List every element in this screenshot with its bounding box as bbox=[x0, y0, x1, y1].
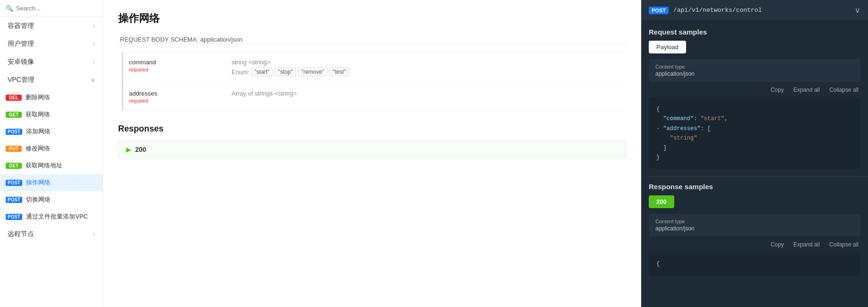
res-content-type-block: Content type application/json bbox=[649, 214, 860, 237]
method-badge-get: GET bbox=[6, 163, 22, 169]
sidebar-sub-label: 获取网络地址 bbox=[26, 161, 62, 170]
code-line: { bbox=[656, 105, 853, 114]
chevron-right-icon: › bbox=[93, 41, 95, 47]
dropdown-arrow-icon[interactable]: ∨ bbox=[855, 6, 860, 15]
field-type: Array of strings <string> bbox=[232, 90, 620, 97]
sidebar-sub-label: 切换网络 bbox=[26, 195, 51, 204]
sidebar-sub-label: 修改网络 bbox=[26, 144, 50, 153]
schema-val-command: string <string> Enum: "start" "stop" "re… bbox=[226, 52, 626, 83]
sidebar: 🔍 容器管理 › 用户管理 › 安卓镜像 › VPC管理 ∨ DEL 删除网络 bbox=[0, 0, 103, 307]
enum-label: Enum: bbox=[232, 69, 249, 76]
expand-all-button[interactable]: Expand all bbox=[791, 86, 822, 94]
schema-row-addresses: addresses required Array of strings <str… bbox=[118, 83, 626, 111]
schema-key-command: command required bbox=[122, 52, 226, 83]
sidebar-item-batch-add-vpc[interactable]: POST 通过文件批量添加VPC bbox=[0, 208, 103, 225]
method-post-badge: POST bbox=[649, 7, 669, 14]
code-line: "string" bbox=[656, 133, 853, 143]
collapse-all-button[interactable]: Collapse all bbox=[827, 86, 860, 94]
res-content-type-label: Content type bbox=[655, 219, 854, 224]
field-type: string <string> bbox=[232, 59, 620, 66]
schema-row-command: command required string <string> Enum: "… bbox=[118, 52, 626, 83]
divider bbox=[641, 176, 868, 177]
sidebar-item-get-network[interactable]: GET 获取网络 bbox=[0, 106, 103, 123]
sidebar-item-label: 用户管理 bbox=[8, 40, 34, 48]
sidebar-item-get-network-addr[interactable]: GET 获取网络地址 bbox=[0, 157, 103, 174]
field-required: required bbox=[129, 98, 220, 104]
schema-key-addresses: addresses required bbox=[122, 83, 226, 110]
sidebar-item-add-network[interactable]: POST 添加网络 bbox=[0, 123, 103, 140]
sidebar-sub-label: 获取网络 bbox=[26, 110, 50, 119]
sidebar-item-modify-network[interactable]: PUT 修改网络 bbox=[0, 140, 103, 157]
res-collapse-all-button[interactable]: Collapse all bbox=[827, 240, 860, 249]
search-bar[interactable]: 🔍 bbox=[0, 0, 103, 17]
sidebar-item-container[interactable]: 容器管理 › bbox=[0, 17, 103, 35]
code-line: { bbox=[656, 259, 853, 269]
sidebar-item-vpc[interactable]: VPC管理 ∨ bbox=[0, 71, 103, 89]
content-type-value: application/json bbox=[655, 70, 854, 77]
endpoint-url: /api/v1/networks/control bbox=[673, 7, 762, 14]
sidebar-sub-label: 删除网络 bbox=[26, 93, 50, 102]
request-code-block: { "command": "start", - "addresses": [ "… bbox=[649, 98, 860, 169]
sidebar-item-switch-network[interactable]: POST 切换网络 bbox=[0, 191, 103, 208]
response-item-200[interactable]: ▶ 200 bbox=[118, 140, 626, 158]
res-code-actions: Copy Expand all Collapse all bbox=[641, 237, 868, 251]
search-input[interactable] bbox=[16, 5, 97, 12]
responses-title: Responses bbox=[118, 124, 626, 134]
sidebar-item-remote-node[interactable]: 远程节点 › bbox=[0, 225, 103, 243]
code-actions: Copy Expand all Collapse all bbox=[641, 82, 868, 96]
chevron-right-icon: › bbox=[93, 23, 95, 29]
enum-row: Enum: "start" "stop" "remove" "test" bbox=[232, 68, 620, 76]
chevron-right-icon: › bbox=[93, 59, 95, 65]
field-name: addresses bbox=[129, 90, 220, 97]
method-badge-post: POST bbox=[6, 214, 22, 220]
enum-val: "start" bbox=[251, 68, 273, 76]
enum-val: "stop" bbox=[275, 68, 296, 76]
method-badge-post: POST bbox=[6, 129, 22, 135]
endpoint-bar: POST /api/v1/networks/control ∨ bbox=[641, 0, 868, 20]
endpoint-left: POST /api/v1/networks/control bbox=[649, 7, 849, 14]
schema-fields: command required string <string> Enum: "… bbox=[118, 52, 626, 111]
schema-divider bbox=[118, 44, 626, 44]
method-badge-post: POST bbox=[6, 197, 22, 203]
sidebar-item-user[interactable]: 用户管理 › bbox=[0, 35, 103, 53]
response-samples-title: Response samples bbox=[641, 179, 868, 195]
chevron-down-icon: ∨ bbox=[91, 77, 95, 83]
code-line: - "addresses": [ bbox=[656, 124, 853, 133]
sidebar-sub-label: 操作网络 bbox=[26, 178, 51, 187]
sidebar-item-operate-network[interactable]: POST 操作网络 bbox=[0, 174, 103, 191]
response-arrow-icon: ▶ bbox=[126, 146, 131, 153]
res-copy-button[interactable]: Copy bbox=[769, 240, 786, 249]
method-badge-post: POST bbox=[6, 180, 22, 186]
sidebar-item-label: 远程节点 bbox=[8, 230, 34, 238]
res-expand-all-button[interactable]: Expand all bbox=[791, 240, 822, 249]
payload-button[interactable]: Payload bbox=[649, 41, 686, 53]
copy-button[interactable]: Copy bbox=[769, 86, 786, 94]
schema-header: REQUEST BODY SCHEMA:application/json bbox=[118, 35, 626, 44]
sidebar-sub-label: 添加网络 bbox=[26, 127, 51, 136]
chevron-right-icon: › bbox=[93, 231, 95, 237]
main-content: 操作网络 REQUEST BODY SCHEMA:application/jso… bbox=[103, 0, 641, 307]
sidebar-sub-label: 通过文件批量添加VPC bbox=[26, 212, 88, 221]
method-badge-del: DEL bbox=[6, 95, 22, 101]
response-code: 200 bbox=[135, 146, 146, 153]
schema-label: REQUEST BODY SCHEMA:application/json bbox=[118, 36, 242, 43]
method-badge-get: GET bbox=[6, 112, 22, 118]
response-200-button[interactable]: 200 bbox=[649, 195, 674, 208]
sidebar-item-mirror[interactable]: 安卓镜像 › bbox=[0, 53, 103, 71]
schema-val-addresses: Array of strings <string> bbox=[226, 83, 626, 110]
content-type-label: Content type bbox=[655, 64, 854, 70]
enum-val: "test" bbox=[329, 68, 349, 76]
code-line: "command": "start", bbox=[656, 114, 853, 123]
sidebar-item-label: 安卓镜像 bbox=[8, 58, 34, 66]
page-title: 操作网络 bbox=[118, 11, 626, 26]
nav-group: 容器管理 › 用户管理 › 安卓镜像 › VPC管理 ∨ DEL 删除网络 GE… bbox=[0, 17, 103, 243]
response-code-block: { bbox=[649, 253, 860, 275]
method-badge-put: PUT bbox=[6, 146, 22, 152]
sidebar-item-delete-network[interactable]: DEL 删除网络 bbox=[0, 89, 103, 106]
res-content-type-value: application/json bbox=[655, 225, 854, 232]
code-line: } bbox=[656, 153, 853, 162]
content-type-block: Content type application/json bbox=[649, 59, 860, 82]
sidebar-item-label: 容器管理 bbox=[8, 22, 34, 30]
request-samples-title: Request samples bbox=[641, 20, 868, 41]
enum-val: "remove" bbox=[298, 68, 328, 76]
